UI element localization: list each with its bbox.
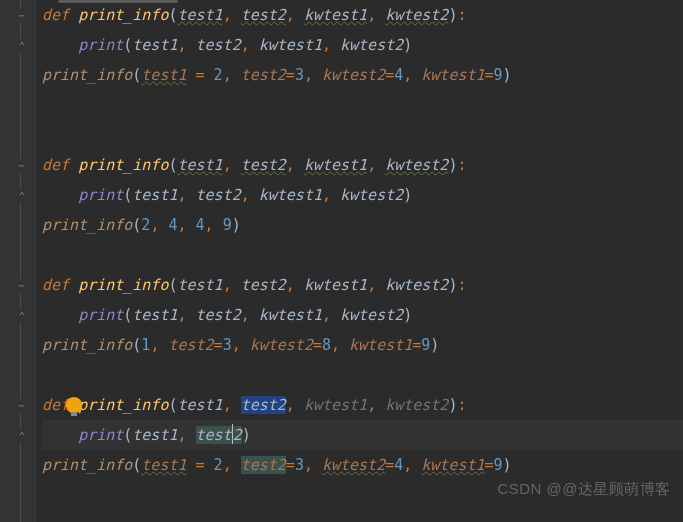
param: kwtest2 xyxy=(385,6,448,24)
code-line[interactable]: print_info(1, test2=3, kwtest2=8, kwtest… xyxy=(42,330,683,360)
code-line[interactable]: def print_info(test1, test2, kwtest1, kw… xyxy=(42,150,683,180)
code-line[interactable]: print_info(test1 = 2, test2=3, kwtest2=4… xyxy=(42,60,683,90)
blank-line[interactable] xyxy=(42,360,683,390)
fold-close-icon[interactable]: ⌃ xyxy=(14,429,27,442)
fold-minus-icon[interactable]: − xyxy=(14,399,27,412)
fold-close-icon[interactable]: ⌃ xyxy=(14,39,27,52)
blank-line[interactable] xyxy=(42,90,683,120)
code-line[interactable]: print_info(2, 4, 4, 9) xyxy=(42,210,683,240)
param: test1 xyxy=(177,6,222,24)
keyword-def: def xyxy=(42,6,69,24)
fold-close-icon[interactable]: ⌃ xyxy=(14,189,27,202)
code-editor: − ⌃ − ⌃ − ⌃ − ⌃ def print_info(test1, te… xyxy=(0,0,683,522)
func-call: print_info xyxy=(42,66,132,84)
builtin-print: print xyxy=(78,36,123,54)
param: test2 xyxy=(241,6,286,24)
code-line-active[interactable]: print(test1, test2) xyxy=(42,420,683,450)
param: kwtest1 xyxy=(304,6,367,24)
fold-close-icon[interactable]: ⌃ xyxy=(14,309,27,322)
selected-text: test2 xyxy=(241,396,286,414)
func-name: print_info xyxy=(78,6,168,24)
blank-line[interactable] xyxy=(42,240,683,270)
text-cursor xyxy=(232,424,233,444)
watermark-text: CSDN @@达星顾萌博客 xyxy=(497,474,671,504)
code-line[interactable]: def print_info(test1, test2, kwtest1, kw… xyxy=(42,390,683,420)
code-area[interactable]: def print_info(test1, test2, kwtest1, kw… xyxy=(36,0,683,522)
code-line[interactable]: def print_info(test1, test2, kwtest1, kw… xyxy=(42,270,683,300)
code-line[interactable]: print(test1, test2, kwtest1, kwtest2) xyxy=(42,30,683,60)
blank-line[interactable] xyxy=(42,120,683,150)
code-line[interactable]: print(test1, test2, kwtest1, kwtest2) xyxy=(42,180,683,210)
fold-minus-icon[interactable]: − xyxy=(14,279,27,292)
code-line[interactable]: def print_info(test1, test2, kwtest1, kw… xyxy=(42,0,683,30)
lightbulb-icon[interactable] xyxy=(66,397,82,413)
fold-minus-icon[interactable]: − xyxy=(14,9,27,22)
fold-minus-icon[interactable]: − xyxy=(14,159,27,172)
gutter: − ⌃ − ⌃ − ⌃ − ⌃ xyxy=(0,0,36,522)
code-line[interactable]: print(test1, test2, kwtest1, kwtest2) xyxy=(42,300,683,330)
